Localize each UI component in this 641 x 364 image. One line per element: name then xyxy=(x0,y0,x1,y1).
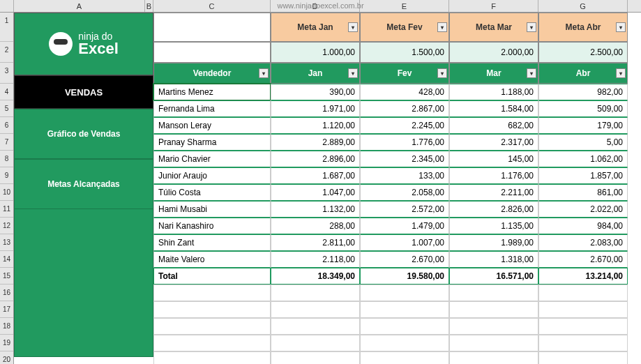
vendor-fev-cell[interactable]: 1.776,00 xyxy=(360,134,449,151)
vendor-fev-cell[interactable]: 133,00 xyxy=(360,167,449,184)
empty-cell[interactable] xyxy=(271,335,360,351)
vendor-name-cell[interactable]: Shin Zant xyxy=(153,234,271,251)
vendor-mar-cell[interactable]: 2.211,00 xyxy=(449,184,538,201)
empty-cell[interactable] xyxy=(271,285,360,301)
empty-cell[interactable] xyxy=(360,318,449,335)
vendor-fev-cell[interactable]: 2.572,00 xyxy=(360,201,449,218)
empty-cell[interactable] xyxy=(360,351,449,364)
meta-value-abr[interactable]: 2.500,00 xyxy=(538,42,628,63)
meta-value-mar[interactable]: 2.000,00 xyxy=(449,42,538,63)
filter-icon[interactable]: ▾ xyxy=(437,22,447,32)
vendor-jan-cell[interactable]: 2.896,00 xyxy=(271,151,360,167)
vendor-name-cell[interactable]: Mario Chavier xyxy=(153,151,271,167)
row-header-7[interactable]: 7 xyxy=(0,134,13,151)
row-header-18[interactable]: 18 xyxy=(0,318,13,335)
empty-cell[interactable] xyxy=(271,318,360,335)
row-header-5[interactable]: 5 xyxy=(0,100,13,117)
row-header-16[interactable]: 16 xyxy=(0,285,13,301)
row-header-13[interactable]: 13 xyxy=(0,234,13,251)
vendor-name-cell[interactable]: Túlio Costa xyxy=(153,184,271,201)
filter-icon[interactable]: ▾ xyxy=(527,68,536,78)
vendor-name-cell[interactable]: Nari Kanashiro xyxy=(153,218,271,234)
empty-cell[interactable] xyxy=(538,318,628,335)
empty-cell[interactable] xyxy=(153,351,271,364)
nav-item-grafico[interactable]: Gráfico de Vendas xyxy=(14,109,153,159)
total-jan[interactable]: 18.349,00 xyxy=(271,268,360,285)
empty-cell[interactable] xyxy=(271,301,360,318)
nav-item-metas[interactable]: Metas Alcançadas xyxy=(14,159,153,209)
vendor-jan-cell[interactable]: 2.889,00 xyxy=(271,134,360,151)
vendor-jan-cell[interactable]: 288,00 xyxy=(271,218,360,234)
vendor-name-cell[interactable]: Manson Leray xyxy=(153,117,271,134)
total-mar[interactable]: 16.571,00 xyxy=(449,268,538,285)
empty-cell[interactable] xyxy=(449,318,538,335)
table-header-fev[interactable]: Fev▾ xyxy=(360,63,449,84)
total-label[interactable]: Total xyxy=(153,268,271,285)
row-header-19[interactable]: 19 xyxy=(0,335,13,351)
row-header-6[interactable]: 6 xyxy=(0,117,13,134)
meta-header-fev[interactable]: Meta Fev▾ xyxy=(360,13,449,42)
row-header-1[interactable]: 1 xyxy=(0,13,13,42)
vendor-fev-cell[interactable]: 2.867,00 xyxy=(360,100,449,117)
cell-c2[interactable] xyxy=(153,42,271,63)
vendor-jan-cell[interactable]: 1.687,00 xyxy=(271,167,360,184)
row-header-15[interactable]: 15 xyxy=(0,268,13,285)
nav-item-vendas[interactable]: VENDAS xyxy=(14,75,153,109)
table-header-jan[interactable]: Jan▾ xyxy=(271,63,360,84)
vendor-mar-cell[interactable]: 145,00 xyxy=(449,151,538,167)
cell-c1[interactable] xyxy=(153,13,271,42)
vendor-mar-cell[interactable]: 2.826,00 xyxy=(449,201,538,218)
filter-icon[interactable]: ▾ xyxy=(616,68,626,78)
filter-icon[interactable]: ▾ xyxy=(259,68,269,78)
meta-header-mar[interactable]: Meta Mar▾ xyxy=(449,13,538,42)
empty-cell[interactable] xyxy=(360,301,449,318)
row-header-14[interactable]: 14 xyxy=(0,251,13,268)
vendor-name-cell[interactable]: Pranay Sharma xyxy=(153,134,271,151)
vendor-jan-cell[interactable]: 2.118,00 xyxy=(271,251,360,268)
filter-icon[interactable]: ▾ xyxy=(348,22,358,32)
empty-cell[interactable] xyxy=(360,285,449,301)
vendor-fev-cell[interactable]: 2.345,00 xyxy=(360,151,449,167)
meta-value-fev[interactable]: 1.500,00 xyxy=(360,42,449,63)
vendor-abr-cell[interactable]: 1.062,00 xyxy=(538,151,628,167)
vendor-mar-cell[interactable]: 1.176,00 xyxy=(449,167,538,184)
row-header-10[interactable]: 10 xyxy=(0,184,13,201)
empty-cell[interactable] xyxy=(449,285,538,301)
table-header-mar[interactable]: Mar▾ xyxy=(449,63,538,84)
vendor-jan-cell[interactable]: 2.811,00 xyxy=(271,234,360,251)
row-header-8[interactable]: 8 xyxy=(0,151,13,167)
empty-cell[interactable] xyxy=(153,335,271,351)
vendor-jan-cell[interactable]: 1.047,00 xyxy=(271,184,360,201)
row-header-4[interactable]: 4 xyxy=(0,84,13,100)
vendor-abr-cell[interactable]: 179,00 xyxy=(538,117,628,134)
vendor-jan-cell[interactable]: 1.132,00 xyxy=(271,201,360,218)
filter-icon[interactable]: ▾ xyxy=(527,22,536,32)
empty-cell[interactable] xyxy=(538,301,628,318)
vendor-mar-cell[interactable]: 1.135,00 xyxy=(449,218,538,234)
row-header-9[interactable]: 9 xyxy=(0,167,13,184)
total-abr[interactable]: 13.214,00 xyxy=(538,268,628,285)
vendor-abr-cell[interactable]: 984,00 xyxy=(538,218,628,234)
filter-icon[interactable]: ▾ xyxy=(616,22,626,32)
empty-cell[interactable] xyxy=(153,285,271,301)
total-fev[interactable]: 19.580,00 xyxy=(360,268,449,285)
vendor-jan-cell[interactable]: 1.120,00 xyxy=(271,117,360,134)
vendor-abr-cell[interactable]: 982,00 xyxy=(538,84,628,100)
meta-value-jan[interactable]: 1.000,00 xyxy=(271,42,360,63)
empty-cell[interactable] xyxy=(360,335,449,351)
row-header-2[interactable]: 2 xyxy=(0,42,13,63)
row-header-20[interactable]: 20 xyxy=(0,351,13,364)
empty-cell[interactable] xyxy=(271,351,360,364)
vendor-abr-cell[interactable]: 2.083,00 xyxy=(538,234,628,251)
empty-cell[interactable] xyxy=(449,351,538,364)
filter-icon[interactable]: ▾ xyxy=(437,68,447,78)
meta-header-abr[interactable]: Meta Abr▾ xyxy=(538,13,628,42)
row-header-17[interactable]: 17 xyxy=(0,301,13,318)
vendor-fev-cell[interactable]: 2.245,00 xyxy=(360,117,449,134)
vendor-jan-cell[interactable]: 1.971,00 xyxy=(271,100,360,117)
vendor-mar-cell[interactable]: 1.188,00 xyxy=(449,84,538,100)
vendor-fev-cell[interactable]: 1.479,00 xyxy=(360,218,449,234)
table-header-abr[interactable]: Abr▾ xyxy=(538,63,628,84)
vendor-mar-cell[interactable]: 1.584,00 xyxy=(449,100,538,117)
vendor-name-cell[interactable]: Junior Araujo xyxy=(153,167,271,184)
